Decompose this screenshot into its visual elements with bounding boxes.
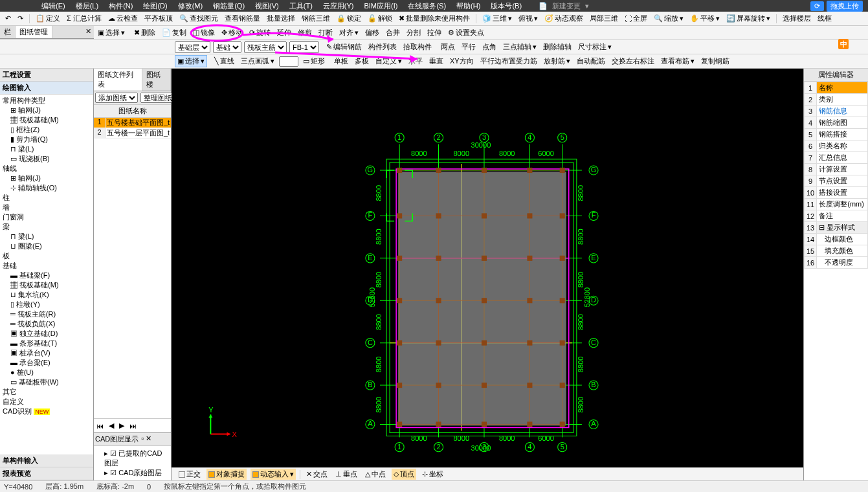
tree-cat-wall[interactable]: 墙	[1, 203, 92, 212]
tree-item-raft[interactable]: ▦ 筏板基础(M)	[1, 115, 92, 125]
copy-button[interactable]: 📄 复制	[160, 27, 188, 38]
menu-view[interactable]: 视图(V)	[252, 1, 282, 11]
extend-button[interactable]: 延伸	[275, 27, 293, 38]
menu-draw[interactable]: 绘图(D)	[140, 1, 170, 11]
drawing-row-1[interactable]: 1五号楼基础平面图_t	[94, 118, 171, 128]
prop-row[interactable]: 13⊟ 显示样式	[805, 222, 868, 234]
menu-bim[interactable]: BIM应用(I)	[361, 1, 400, 11]
flush-top-button[interactable]: 平齐板顶	[142, 13, 175, 24]
tree-cat-foundation[interactable]: 基础	[1, 261, 92, 271]
tree-item-aux-axis[interactable]: ⊹ 辅助轴线(O)	[1, 183, 92, 193]
draw-input-tab[interactable]: 绘图输入	[0, 82, 93, 95]
batch-select-button[interactable]: 批量选择	[265, 13, 297, 24]
drawing-row-2[interactable]: 2五号楼一层平面图_t	[94, 128, 171, 139]
cad-raw-layer[interactable]: ▸ ☑ CAD原始图层	[96, 468, 168, 478]
calc-button[interactable]: Σ 汇总计算	[65, 13, 104, 24]
prop-row[interactable]: 9节点设置	[805, 175, 868, 187]
xy-direction-button[interactable]: XY方向	[448, 56, 476, 67]
menu-tool[interactable]: 工具(T)	[287, 1, 315, 11]
local-3d-button[interactable]: 局部三维	[588, 13, 620, 24]
tree-cat-opening[interactable]: 门窗洞	[1, 212, 92, 222]
rotate-screen-button[interactable]: 🔄 屏幕旋转 ▾	[724, 13, 772, 24]
menu-modify[interactable]: 修改(M)	[175, 1, 206, 11]
component-list-button[interactable]: 构件列表	[366, 41, 399, 52]
perpendicular-snap[interactable]: ⊥ 垂点	[333, 469, 359, 480]
prop-row[interactable]: 7汇总信息	[805, 152, 868, 164]
midpoint-snap[interactable]: △ 中点	[363, 469, 388, 480]
list-next-icon[interactable]: ▶	[119, 421, 124, 430]
menu-version[interactable]: 版本号(B)	[488, 1, 524, 11]
tree-item-raft2[interactable]: ▦ 筏板基础(M)	[1, 280, 92, 290]
tree-item-raft-neg[interactable]: ═ 筏板负筋(X)	[1, 319, 92, 329]
offset-button[interactable]: 偏移	[363, 27, 381, 38]
single-board-button[interactable]: 单板	[332, 56, 350, 67]
dimension-button[interactable]: 尺寸标注 ▾	[576, 41, 614, 52]
component-type-select[interactable]: 筏板主筋	[244, 41, 287, 53]
horizontal-button[interactable]: 水平	[406, 56, 425, 67]
prop-row[interactable]: 10搭接设置	[805, 187, 868, 199]
3d-button[interactable]: 🧊 三维 ▾	[480, 13, 514, 24]
drawing-panel-tab[interactable]: 图纸管理	[16, 26, 52, 38]
stretch-button[interactable]: 拉伸	[425, 27, 443, 38]
ortho-toggle[interactable]: 正交	[177, 469, 203, 480]
split-button[interactable]: 分割	[405, 27, 423, 38]
tree-item-slab[interactable]: ▭ 现浇板(B)	[1, 154, 92, 164]
category-select[interactable]: 基础	[213, 41, 241, 53]
custom-button[interactable]: 自定义 ▾	[373, 56, 404, 67]
wireframe-button[interactable]: 线框	[816, 13, 834, 24]
prop-row[interactable]: 1名称	[805, 82, 868, 94]
tree-item-pile[interactable]: ● 桩(U)	[1, 368, 92, 377]
coord-snap[interactable]: ⊹ 坐标	[420, 469, 445, 480]
pan-button[interactable]: ✋ 平移 ▾	[688, 13, 722, 24]
tree-item-iso-found[interactable]: ▣ 独立基础(D)	[1, 329, 92, 339]
cad-extracted-layer[interactable]: ▸ ☑ 已提取的CAD图层	[96, 449, 168, 468]
intersection-snap[interactable]: ✕ 交点	[304, 469, 329, 480]
view-layout-button[interactable]: 查看布筋 ▾	[659, 56, 696, 67]
zoom-button[interactable]: 🔍 缩放 ▾	[652, 13, 685, 24]
redo-button[interactable]: ↷	[16, 14, 25, 23]
menu-rebar[interactable]: 钢筋量(Q)	[210, 1, 247, 11]
tree-cat-axis[interactable]: 轴线	[1, 164, 92, 173]
tree-item-shearwall[interactable]: ▮ 剪力墙(Q)	[1, 135, 92, 144]
menu-cloud[interactable]: 云应用(Y)	[320, 1, 357, 11]
tree-item-beam2[interactable]: ⊓ 梁(L)	[1, 232, 92, 241]
pick-component-button[interactable]: 拾取构件	[401, 41, 434, 52]
define-button[interactable]: 📋 定义	[34, 13, 62, 24]
value-input[interactable]	[279, 56, 298, 67]
drawing-floor-tab[interactable]: 图纸楼	[142, 69, 171, 91]
component-name-select[interactable]: FB-1	[289, 41, 319, 53]
prop-row[interactable]: 14边框颜色	[805, 234, 868, 245]
quick-panel-tab[interactable]: 栏	[0, 26, 16, 38]
drawing-canvas[interactable]: 8000 8000 8000 6000 30000 8000 8000 8000…	[172, 69, 803, 480]
radial-rebar-button[interactable]: 放射筋 ▾	[542, 56, 572, 67]
unlock-button[interactable]: 🔓 解锁	[366, 13, 394, 24]
top-view-button[interactable]: 俯视 ▾	[517, 13, 540, 24]
tree-item-ringbeam[interactable]: ⊔ 圈梁(E)	[1, 241, 92, 251]
select-tool-button[interactable]: ▣ 选择 ▾	[96, 27, 127, 38]
osnap-toggle[interactable]: 对象捕捉	[206, 469, 247, 480]
parallel-edge-button[interactable]: 平行边布置受力筋	[478, 56, 539, 67]
point-angle-button[interactable]: 点角	[480, 41, 498, 52]
line-button[interactable]: ╲ 直线	[212, 56, 236, 67]
menu-edit[interactable]: 编辑(E)	[39, 1, 68, 11]
prop-row[interactable]: 16不透明度	[805, 257, 868, 269]
floor-select[interactable]: 基础层	[175, 41, 210, 53]
trim-button[interactable]: 修剪	[296, 27, 314, 38]
tree-item-sump[interactable]: ⊔ 集水坑(K)	[1, 290, 92, 300]
parallel-button[interactable]: 平行	[460, 41, 478, 52]
prop-row[interactable]: 15填充颜色	[805, 245, 868, 257]
prop-row[interactable]: 4钢筋缩图	[805, 117, 868, 129]
dyn-input-toggle[interactable]: 动态输入 ▾	[250, 469, 296, 480]
tree-item-framecol[interactable]: ▯ 框柱(Z)	[1, 125, 92, 135]
delete-aux-button[interactable]: 删除辅轴	[541, 41, 573, 52]
menu-help[interactable]: 帮助(H)	[454, 1, 483, 11]
menu-online[interactable]: 在线服务(S)	[405, 1, 449, 11]
project-settings-tab[interactable]: 工程设置	[0, 69, 93, 82]
menu-component[interactable]: 构件(N)	[106, 1, 135, 11]
tree-item-strip-found[interactable]: ▬ 条形基础(T)	[1, 339, 92, 348]
orbit-button[interactable]: 🧭 动态观察	[542, 13, 585, 24]
lock-button[interactable]: 🔒 锁定	[335, 13, 363, 24]
move-button[interactable]: ✥ 移动	[219, 27, 245, 38]
tree-item-axis[interactable]: ⊞ 轴网(J)	[1, 106, 92, 115]
list-first-icon[interactable]: ⏮	[96, 422, 104, 430]
